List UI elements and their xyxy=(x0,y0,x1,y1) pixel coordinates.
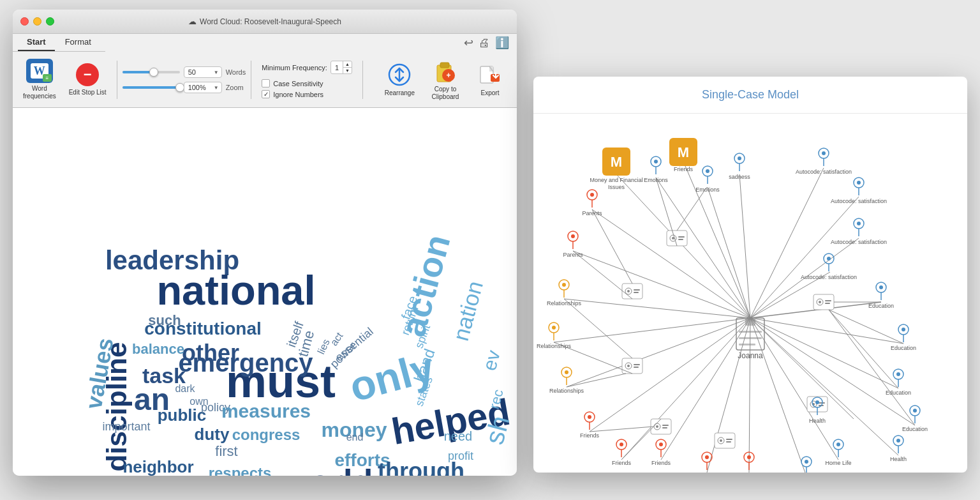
friends-bottom-1[interactable]: Friends xyxy=(651,439,671,466)
money-financial-node[interactable]: M Money and Financial Issues xyxy=(590,148,642,190)
word-congress: congress xyxy=(232,426,301,443)
svg-text:Education: Education xyxy=(868,303,894,309)
relationships-2[interactable]: Relationships xyxy=(537,322,572,349)
svg-text:Autocode: satisfaction: Autocode: satisfaction xyxy=(796,169,852,175)
svg-line-35 xyxy=(592,209,750,318)
svg-point-70 xyxy=(720,439,722,442)
autocode-3[interactable]: Autocode: satisfaction xyxy=(831,218,887,245)
ignore-numbers-label: Ignore Numbers xyxy=(273,91,323,98)
word-ev: ev xyxy=(479,348,504,373)
svg-rect-72 xyxy=(726,441,731,443)
sadness-node[interactable]: sadness xyxy=(729,153,750,180)
svg-line-23 xyxy=(750,318,898,455)
case-sensitivity-row: Case Sensitivity xyxy=(262,79,352,87)
toolbar-top: Start Format ↩ 🖨 ℹ️ xyxy=(13,34,517,52)
svg-text:Relationships: Relationships xyxy=(549,388,584,394)
autocode-1[interactable]: Autocode: satisfaction xyxy=(796,148,852,175)
word-balance: balance xyxy=(132,341,184,357)
word-first: first xyxy=(215,443,237,459)
parents-1[interactable]: Parents xyxy=(563,231,583,258)
close-button[interactable] xyxy=(20,17,29,26)
options-section: Minimum Frequency: 1 ▲ ▼ Case Sensitivit… xyxy=(256,58,357,101)
svg-point-151 xyxy=(805,460,808,464)
minimize-button[interactable] xyxy=(33,17,41,26)
autocode-2[interactable]: Autocode: satisfaction xyxy=(831,178,887,204)
work-issues-2[interactable]: Work Issues xyxy=(691,452,723,473)
relationships-inner-node[interactable] xyxy=(622,358,642,374)
word-cloud-svg: leadership national action must only hel… xyxy=(13,108,517,476)
word-national: national xyxy=(156,267,315,314)
home-life-1[interactable]: Home Life xyxy=(825,439,851,466)
svg-point-80 xyxy=(819,301,821,303)
autocode-4[interactable]: Autocode: satisfaction xyxy=(801,254,857,280)
svg-point-155 xyxy=(747,455,751,459)
emotions-inner-node[interactable] xyxy=(667,231,687,246)
tab-format[interactable]: Format xyxy=(56,34,100,51)
parents-inner-node[interactable] xyxy=(622,284,642,299)
rearrange-icon xyxy=(387,63,412,87)
words-select[interactable]: 50 ▼ xyxy=(184,66,222,78)
svg-rect-76 xyxy=(819,402,825,404)
min-freq-up[interactable]: ▲ xyxy=(343,61,352,68)
svg-point-119 xyxy=(827,257,831,261)
case-sensitivity-checkbox[interactable] xyxy=(262,79,270,87)
undo-icon[interactable]: ↩ xyxy=(464,36,473,50)
word-emergency: emergency xyxy=(178,349,313,377)
svg-text:Education: Education xyxy=(886,390,911,396)
parents-2[interactable]: Parents xyxy=(582,190,602,216)
case-sensitivity-label: Case Sensitivity xyxy=(273,80,323,87)
education-inner-node[interactable] xyxy=(813,294,834,310)
svg-point-175 xyxy=(565,370,568,374)
svg-text:Friends: Friends xyxy=(651,460,671,466)
svg-text:sadness: sadness xyxy=(729,174,750,180)
emotions-node-1[interactable]: Emotions xyxy=(644,156,668,183)
case-model-svg: Joanna xyxy=(533,114,967,473)
education-4[interactable]: Education xyxy=(902,405,928,432)
ignore-numbers-checkbox[interactable]: ✓ xyxy=(262,90,270,98)
svg-line-84 xyxy=(829,310,903,344)
svg-point-95 xyxy=(738,156,741,160)
maximize-button[interactable] xyxy=(46,17,54,26)
work-issues-inner-node[interactable] xyxy=(715,433,735,448)
svg-text:Autocode: satisfaction: Autocode: satisfaction xyxy=(801,274,857,280)
svg-line-27 xyxy=(707,318,750,473)
svg-point-115 xyxy=(857,222,861,225)
health-2[interactable]: Health xyxy=(890,436,907,462)
word-duty: duty xyxy=(195,425,230,444)
svg-line-67 xyxy=(590,427,653,432)
education-3[interactable]: Education xyxy=(886,369,911,396)
svg-point-131 xyxy=(896,372,900,376)
relationships-1[interactable]: Relationships xyxy=(549,367,584,394)
relationships-3[interactable]: Relationships xyxy=(547,280,582,307)
svg-rect-49 xyxy=(634,289,640,291)
friends-bottom-3[interactable]: Friends xyxy=(580,412,600,439)
tab-start[interactable]: Start xyxy=(18,34,55,51)
min-freq-down[interactable]: ▼ xyxy=(343,68,352,73)
print-icon[interactable]: 🖨 xyxy=(479,36,490,50)
zoom-select[interactable]: 100% ▼ xyxy=(184,82,222,93)
rearrange-button[interactable]: Rearrange xyxy=(377,59,422,100)
svg-text:Friends: Friends xyxy=(674,166,694,172)
home-life-2[interactable]: Home Life xyxy=(793,457,819,473)
svg-text:Autocode: satisfaction: Autocode: satisfaction xyxy=(831,239,887,245)
min-freq-value[interactable]: 1 xyxy=(331,61,343,73)
word-important: important xyxy=(102,420,150,433)
education-1[interactable]: Education xyxy=(868,282,894,309)
zoom-slider[interactable] xyxy=(122,86,180,89)
svg-text:Friends: Friends xyxy=(612,460,632,466)
emotions-node-2[interactable]: Emotions xyxy=(695,166,720,193)
edit-stop-list-button[interactable]: − Edit Stop List xyxy=(64,61,112,98)
word-frequencies-button[interactable]: W ≡ Word frequencies xyxy=(18,57,61,102)
window-title: ☁ Word Cloud: Roosevelt-Inaugural-Speech xyxy=(188,17,341,26)
edit-stop-list-label: Edit Stop List xyxy=(69,89,107,96)
words-slider-row: 50 ▼ Words xyxy=(122,66,246,78)
education-2[interactable]: Education xyxy=(891,324,916,351)
svg-point-63 xyxy=(656,425,658,428)
separator-1 xyxy=(117,61,117,99)
export-button[interactable]: Export xyxy=(468,59,512,100)
words-slider[interactable] xyxy=(122,71,180,73)
friends-top-node[interactable]: M Friends xyxy=(669,138,697,172)
info-icon[interactable]: ℹ️ xyxy=(495,36,509,50)
copy-clipboard-button[interactable]: + Copy to Clipboard xyxy=(424,56,467,103)
word-nation: nation xyxy=(448,278,487,344)
